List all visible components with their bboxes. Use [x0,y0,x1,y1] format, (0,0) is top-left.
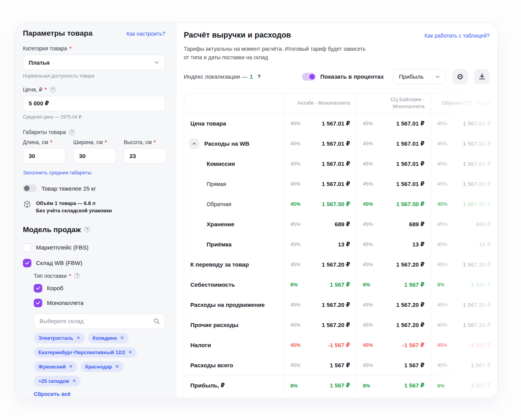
table-row: К переводу за товар45%1 567.20 ₽45%1 567… [184,255,497,275]
check-icon [36,286,41,291]
heavy-item-toggle[interactable] [23,184,37,192]
price-input[interactable] [23,96,165,111]
value-cell: 45%689 ₽ [431,214,497,234]
model-option-fbw[interactable]: Склад WB (FBW) [23,259,165,267]
warehouse-chip[interactable]: Екатеринбург-Перспективный 12/2✕ [34,347,137,358]
download-button[interactable] [474,69,490,84]
table-row: Расходы на продвижение45%1 567.20 ₽45%1 … [184,295,497,315]
row-percent: 45% [363,201,373,207]
question-icon[interactable]: ? [74,273,80,279]
value-cell: 45%1 567.01 ₽ [431,174,497,194]
category-select[interactable]: Платья [23,55,165,70]
row-percent: 45% [363,342,373,348]
row-label: Обратная [207,201,231,207]
value-cell: 45%-1 567 ₽ [356,335,431,355]
row-label-cell: Расходы на продвижение [184,295,284,315]
table-row: Прочие расходы45%1 567.20 ₽45%1 567.20 ₽… [184,315,497,335]
close-icon[interactable]: ✕ [115,364,119,369]
warehouse-chip[interactable]: Жуковский✕ [34,361,78,372]
close-icon[interactable]: ✕ [76,335,80,341]
row-value: 1 567 ₽ [404,382,424,389]
localization-index: Индекс локализации — 1 ? [184,73,260,80]
table-row: Расходы на WB45%1 567.01 ₽45%1 567.01 ₽4… [184,134,497,154]
value-cell: 45%1 567 ₽ [431,355,497,375]
row-percent: 45% [437,161,447,167]
row-label-cell: Цена товара [184,114,284,134]
value-cell: 45%13 ₽ [284,234,356,255]
search-icon [153,318,160,325]
question-icon[interactable]: ? [50,87,56,93]
row-percent: 45% [437,342,447,348]
question-icon[interactable]: ? [69,129,75,135]
row-percent: 45% [290,120,300,126]
supply-option-pallet[interactable]: Монопаллета [34,299,165,307]
row-percent: 45% [437,241,447,247]
row-label: Налоги [190,342,211,348]
height-input[interactable] [124,148,166,164]
value-cell: 45%1 567.01 ₽ [356,154,431,174]
reset-all-link[interactable]: Сбросить всё [34,391,71,397]
row-value: 689 ₽ [335,221,350,228]
how-to-configure-link[interactable]: Как настроить? [126,31,165,37]
fill-average-dimensions-link[interactable]: Заполнить средние габариты [23,170,91,176]
close-icon[interactable]: ✕ [69,364,73,369]
checkbox-unchecked [23,243,31,252]
calculator-card: Параметры товара Как настроить? Категори… [16,22,498,398]
warehouse-chip[interactable]: +25 складов✕ [34,376,81,386]
row-label: К переводу за товар [190,261,249,268]
row-value: 1 567.50 ₽ [322,201,350,208]
row-value: 1 567 ₽ [404,362,424,369]
row-percent: 45% [290,221,300,227]
supply-option-box[interactable]: Короб [34,284,165,293]
table-row: Обратная45%1 567.50 ₽45%1 567.50 ₽45%1 5… [184,194,497,214]
close-icon[interactable]: ✕ [120,335,124,341]
show-percent-toggle[interactable] [302,73,316,81]
row-value: 1 567.01 ₽ [322,140,350,147]
table-row: Приёмка45%13 ₽45%13 ₽45%13 ₽ [184,234,497,255]
row-value: 1 567.20 ₽ [463,322,491,329]
warehouse-search-input[interactable] [34,313,165,329]
value-cell: 45%13 ₽ [356,234,431,255]
warehouse-chip[interactable]: Коледино✕ [88,333,129,343]
row-percent: 45% [290,141,300,146]
close-icon[interactable]: ✕ [128,349,132,355]
row-label: Цена товара [190,120,226,127]
row-percent: 8% [437,282,445,287]
column-header: Обухово СГТ - Короб [431,93,497,113]
warehouse-chip[interactable]: Краснодар✕ [81,361,124,372]
row-percent: 45% [437,302,447,308]
row-label-cell: Налоги [184,335,284,355]
value-cell: 8%1 567 ₽ [284,275,356,295]
height-label: Высота, см* [124,139,166,145]
warehouse-chip[interactable]: Электросталь✕ [34,333,85,343]
settings-button[interactable]: ⚙ [452,69,468,84]
length-input[interactable] [23,148,66,164]
value-cell: 45%1 567.50 ₽ [431,194,497,214]
close-icon[interactable]: ✕ [72,378,76,384]
model-option-fbs[interactable]: Маркетплейс (FBS) [23,243,165,252]
gear-icon: ⚙ [457,73,464,81]
row-percent: 8% [363,383,370,389]
row-value: 689 ₽ [409,221,424,228]
row-label: Расходы на продвижение [190,301,265,308]
metric-select[interactable]: Прибыль [393,69,446,84]
row-value: 1 567.50 ₽ [396,201,424,208]
localization-hint-icon[interactable]: ? [257,74,260,79]
collapse-button[interactable] [189,138,200,149]
row-value: 1 567.01 ₽ [396,181,424,188]
check-icon [36,300,41,305]
tariff-note: Тарифы актуальны на момент расчёта. Итог… [184,45,370,62]
table-help-link[interactable]: Как работать с таблицей? [424,33,490,39]
question-icon[interactable]: ? [84,227,90,232]
table-row: Расходы всего45%1 567 ₽45%1 567 ₽45%1 56… [184,355,497,375]
row-percent: 45% [363,221,373,227]
volume-line1: Объём 1 товара — 6.8 л [36,200,112,207]
width-input[interactable] [73,148,116,164]
row-label-cell: Прибыль, ₽ [184,376,284,396]
required-asterisk: * [69,45,71,52]
table-row: Прибыль, ₽8%1 567 ₽8%1 567 ₽8%1 567 ₽ [184,375,497,396]
heavy-item-toggle-label: Товар тяжелее 25 кг [41,185,96,192]
value-cell: 45%1 567.20 ₽ [284,295,356,315]
row-percent: 45% [437,120,447,126]
row-value: 1 567 ₽ [330,281,350,288]
